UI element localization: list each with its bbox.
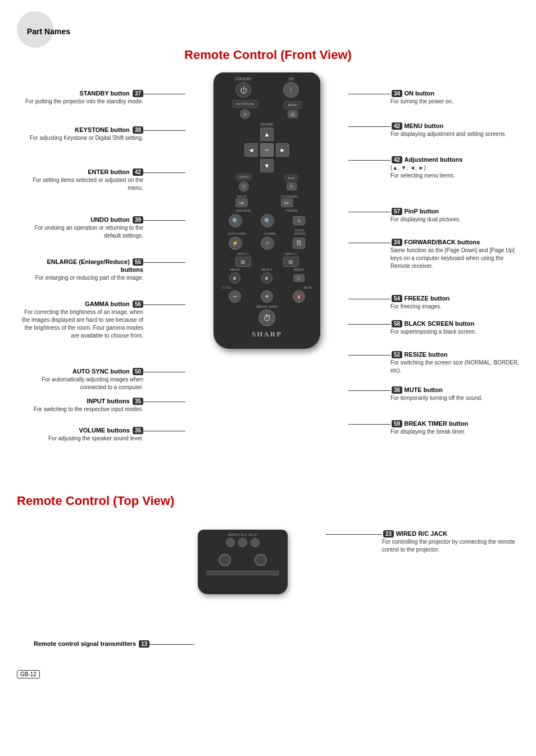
keystone-title: KEYSTONE button [75, 126, 131, 133]
undo-annotation: UNDO button 39 For undoing an operation … [17, 216, 143, 239]
transmitter-bar [207, 571, 279, 575]
right-button-remote[interactable]: ► [276, 143, 289, 157]
blackscreen-button-remote[interactable]: B [293, 238, 305, 249]
enlarge-title: ENLARGE (Enlarge/Reduce) [47, 258, 131, 265]
sharp-logo: SHARP [219, 330, 315, 339]
undo-button-remote[interactable]: UNDO [236, 174, 252, 180]
keystone-icon-remote: ⊡ [240, 109, 250, 119]
pinp-annotation: 57 PinP button For displaying dual pictu… [390, 207, 523, 223]
keystone-badge: 38 [133, 126, 143, 134]
adjustment-subdesc: (▲, ▼, ◄, ►) [390, 165, 426, 171]
enlarge-minus-button-remote[interactable]: 🔍 [229, 214, 242, 227]
standby-button-remote[interactable]: ⏻ [235, 82, 251, 98]
wired-rc-line [326, 534, 382, 535]
pinp-title: PinP button [404, 208, 439, 215]
standby-desc: For putting the projector into the stand… [25, 98, 143, 104]
section1-title: Remote Control (Front View) [17, 48, 519, 62]
input3-label-remote: INPUT3 [230, 268, 240, 271]
transmitter2 [255, 554, 267, 566]
input3-button-remote[interactable]: ⏺ [229, 272, 240, 284]
mute-badge: 36 [392, 386, 402, 394]
enlarge-badge: 55 [133, 258, 143, 266]
mute-button-remote[interactable]: 🔇 [293, 290, 305, 303]
input-badge: 35 [133, 398, 143, 405]
menu-button-remote[interactable]: MENU [284, 101, 302, 109]
freeze-badge: 54 [392, 295, 402, 302]
input4-button-remote[interactable]: ⏺ [261, 272, 272, 284]
input1-label-remote: INPUT 1 [237, 252, 249, 256]
front-view-diagram: STANDBY ⏻ ON | KEYSTONE ⊡ MENU [17, 72, 523, 488]
gamma-title: GAMMA button [85, 300, 131, 307]
blackscreen-desc: For superimposing a black screen. [390, 329, 476, 335]
on-desc: For turning the power on. [390, 98, 453, 104]
menu-annotation: 42 MENU button For displaying adjustment… [390, 122, 523, 138]
mute-desc: For temporarily turning off the sound. [390, 395, 483, 401]
autosync-button-remote[interactable]: ⚡ [229, 236, 242, 250]
wired-rc-annotation: 23 WIRED R/C JACK For controlling the pr… [382, 530, 523, 553]
enlarge-plus-button-remote[interactable]: 🔍 [261, 214, 274, 227]
blackscreen-badge: 58 [392, 320, 402, 327]
breaktimer-desc: For displaying the break timer. [390, 429, 466, 435]
forwardback-line [348, 243, 390, 243]
input1-button-remote[interactable]: ▦ [235, 257, 251, 267]
input-line [143, 402, 185, 402]
adjustment-desc: For selecting menu items. [390, 172, 455, 179]
page-container: Part Names Remote Control (Front View) S… [0, 0, 536, 756]
standby-line [143, 94, 185, 94]
vol-plus-button-remote[interactable]: + [261, 290, 273, 303]
left-button-remote[interactable]: ◄ [244, 143, 258, 157]
remote-front-body: STANDBY ⏻ ON | KEYSTONE ⊡ MENU [214, 72, 326, 349]
autosync-title: AUTO SYNC button [72, 368, 131, 375]
blackscreen-line [348, 324, 390, 325]
autosync-annotation: AUTO SYNC button 50 For automatically ad… [17, 367, 143, 391]
enter-annotation: ENTER button 42 For setting items select… [17, 168, 143, 192]
transmitters-badge: 13 [139, 640, 149, 648]
breaktimer-button-remote[interactable]: ⏱ [258, 309, 275, 326]
pinp-line [348, 212, 390, 212]
autosync-line [143, 372, 185, 372]
enter-title: ENTER button [88, 168, 131, 175]
adjustment-annotation: 42 Adjustment buttons (▲, ▼, ◄, ►) For s… [390, 156, 523, 179]
vol-label-remote: ◁ VOL [221, 286, 231, 289]
autosync-desc: For automatically adjusting images when … [42, 376, 143, 390]
wired-rc-badge: 23 [383, 530, 394, 538]
menu-badge: 42 [392, 122, 402, 130]
blackscreen-title: BLACK SCREEN button [404, 320, 474, 327]
resize-title: RESIZE button [404, 351, 447, 358]
wired-rc-label-remote: WIRED R/C JACK [201, 533, 284, 536]
on-title: ON button [404, 90, 434, 97]
resize-button-remote[interactable]: ⊡ [293, 274, 305, 282]
enter-center-button-remote[interactable]: ↵ [260, 143, 274, 157]
gamma-button-remote[interactable]: ☀ [261, 236, 274, 250]
standby-badge: 37 [133, 90, 143, 97]
enter-badge: 42 [133, 168, 143, 176]
on-line [348, 94, 390, 94]
vol-minus-button-remote[interactable]: − [229, 290, 241, 303]
enlarge-desc: For enlarging or reducing part of the im… [35, 275, 143, 281]
up-button-remote[interactable]: ▲ [260, 127, 274, 141]
input2-button-remote[interactable]: ▦ [283, 257, 299, 267]
down-button-remote[interactable]: ▼ [260, 159, 274, 172]
enlarge-label-remote: ENLARGE [237, 209, 251, 212]
on-label-remote: ON [283, 77, 299, 81]
keystone-button-remote[interactable]: KEYSTONE [232, 100, 258, 108]
page-number-area: GB-12 [17, 670, 519, 678]
undo-icon-remote: ↺ [239, 181, 249, 192]
on-button-remote[interactable]: | [283, 82, 299, 98]
undo-title: UNDO button [90, 216, 131, 223]
pinp-button-remote[interactable]: PinP [285, 175, 298, 181]
back-button-remote[interactable]: ⏮ [235, 198, 248, 207]
gamma-desc: For correcting the brightness of an imag… [22, 309, 143, 339]
forward-button-remote[interactable]: ⏭ [281, 198, 293, 207]
freeze-button-remote[interactable]: ❄ [293, 216, 305, 225]
adjustment-line [348, 160, 390, 161]
jack3 [251, 538, 260, 547]
pinp-icon-remote: ⧉ [287, 183, 297, 190]
mute-line [348, 390, 390, 391]
freeze-line [348, 299, 390, 299]
menu-desc: For displaying adjustment and setting sc… [390, 131, 506, 137]
volume-title: VOLUME buttons [79, 427, 131, 434]
forwardback-title: FORWARD/BACK buttons [404, 239, 480, 245]
wired-rc-title: WIRED R/C JACK [396, 530, 447, 537]
mute-title: MUTE button [404, 386, 442, 393]
